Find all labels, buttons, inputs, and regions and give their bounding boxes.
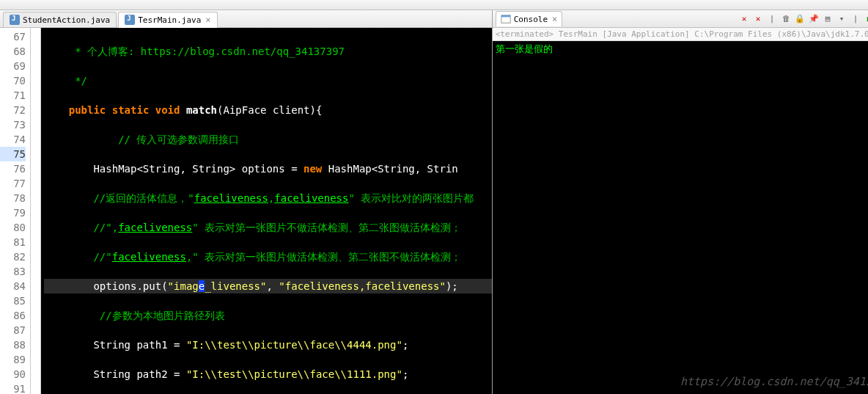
editor-pane: StudentAction.java TesrMain.java × 67 68… — [0, 10, 493, 394]
console-output[interactable]: 第一张是假的 https://blog.csdn.net/qq_34137397 — [493, 41, 868, 394]
line-numbers: 67 68 69 70 71 72 73 74 75 76 77 78 79 8… — [0, 28, 31, 394]
display-icon[interactable]: ▤ — [822, 13, 834, 25]
console-icon — [501, 14, 511, 24]
console-line: 第一张是假的 — [496, 43, 553, 54]
code-area[interactable]: * 个人博客: https://blog.csdn.net/qq_3413739… — [41, 28, 492, 394]
java-file-icon — [125, 15, 135, 25]
annotation-ruler — [31, 28, 41, 394]
open-console-icon[interactable]: ▾ — [836, 13, 847, 25]
remove-launch-icon[interactable]: ✕ — [738, 13, 750, 25]
divider: | — [766, 13, 778, 25]
close-icon[interactable]: × — [552, 14, 557, 24]
tab-label: TesrMain.java — [138, 15, 201, 25]
remove-all-icon[interactable]: ✕ — [752, 13, 764, 25]
watermark: https://blog.csdn.net/qq_34137397 — [680, 375, 868, 388]
clear-icon[interactable]: 🗑 — [780, 13, 792, 25]
tab-studentaction[interactable]: StudentAction.java — [3, 12, 117, 27]
tab-label: StudentAction.java — [23, 15, 110, 25]
editor-tabs: StudentAction.java TesrMain.java × — [0, 10, 492, 28]
top-toolbar — [0, 0, 868, 10]
java-file-icon — [10, 15, 20, 25]
console-status: <terminated> TesrMain [Java Application]… — [493, 28, 868, 41]
console-toolbar: Console × ✕ ✕ | 🗑 🔒 📌 ▤ ▾ | ▶ ▭ ▢ — [493, 10, 868, 28]
console-pane: Console × ✕ ✕ | 🗑 🔒 📌 ▤ ▾ | ▶ ▭ ▢ <termi… — [493, 10, 868, 394]
editor-body[interactable]: 67 68 69 70 71 72 73 74 75 76 77 78 79 8… — [0, 28, 492, 394]
tab-console[interactable]: Console × — [496, 11, 563, 26]
tab-tesrmain[interactable]: TesrMain.java × — [118, 12, 217, 28]
pin-icon[interactable]: 📌 — [808, 13, 820, 25]
terminate-icon[interactable]: ▶ — [864, 13, 868, 25]
scroll-lock-icon[interactable]: 🔒 — [794, 13, 806, 25]
console-tab-label: Console — [514, 15, 548, 24]
svg-rect-1 — [501, 15, 510, 18]
divider: | — [850, 13, 861, 25]
close-icon[interactable]: × — [205, 15, 210, 25]
